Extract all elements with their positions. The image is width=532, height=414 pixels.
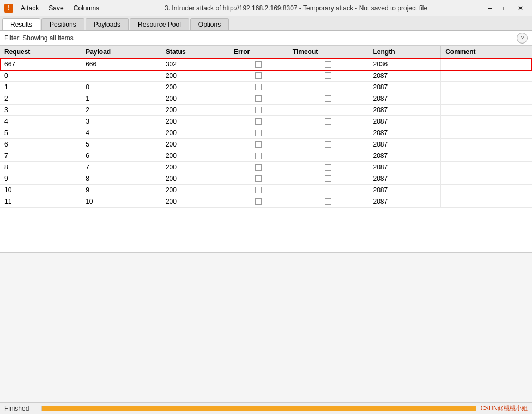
col-header-comment[interactable]: Comment [441,46,532,58]
menu-bar: Attack Save Columns [16,3,104,13]
table-row[interactable]: 5 4 200 2087 [0,127,532,139]
cell-payload: 9 [81,185,161,196]
col-header-timeout[interactable]: Timeout [288,46,368,58]
col-header-payload[interactable]: Payload [81,46,161,58]
cell-status: 200 [161,196,229,208]
cell-request: 3 [0,105,81,116]
results-table: Request Payload Status Error Timeout Len… [0,46,532,208]
minimize-button[interactable]: – [483,3,497,14]
cell-comment [441,173,532,185]
cell-error [229,139,288,150]
cell-request: 7 [0,150,81,162]
results-table-container[interactable]: Request Payload Status Error Timeout Len… [0,46,532,253]
cell-length: 2087 [368,70,441,82]
cell-status: 200 [161,139,229,150]
progress-bar-container [41,406,476,411]
cell-comment [441,127,532,139]
cell-error [229,58,288,70]
cell-payload: 7 [81,162,161,173]
cell-comment [441,93,532,105]
cell-comment [441,185,532,196]
cell-payload: 1 [81,93,161,105]
cell-timeout [288,162,368,173]
col-header-error[interactable]: Error [229,46,288,58]
table-section: Request Payload Status Error Timeout Len… [0,46,532,253]
tab-payloads[interactable]: Payloads [86,18,129,30]
close-button[interactable]: ✕ [513,3,528,14]
col-header-status[interactable]: Status [161,46,229,58]
menu-attack[interactable]: Attack [16,3,43,13]
cell-comment [441,196,532,208]
cell-status: 200 [161,173,229,185]
main-content: Results Positions Payloads Resource Pool… [0,16,532,414]
tab-bar: Results Positions Payloads Resource Pool… [0,16,532,31]
empty-section [0,253,532,414]
cell-timeout [288,127,368,139]
cell-timeout [288,139,368,150]
cell-status: 200 [161,93,229,105]
cell-payload: 666 [81,58,161,70]
cell-length: 2087 [368,93,441,105]
table-row[interactable]: 0 200 2087 [0,70,532,82]
cell-length: 2036 [368,58,441,70]
cell-error [229,105,288,116]
cell-length: 2087 [368,150,441,162]
cell-error [229,162,288,173]
table-row[interactable]: 1 0 200 2087 [0,82,532,93]
cell-payload [81,70,161,82]
tab-options[interactable]: Options [190,18,229,30]
table-row[interactable]: 3 2 200 2087 [0,105,532,116]
cell-status: 200 [161,70,229,82]
cell-error [229,173,288,185]
table-row-highlighted[interactable]: 667 666 302 2036 [0,58,532,70]
tab-results[interactable]: Results [2,18,40,30]
cell-request: 11 [0,196,81,208]
table-row[interactable]: 7 6 200 2087 [0,150,532,162]
filter-bar: Filter: Showing all items ? [0,31,532,46]
table-row[interactable]: 11 10 200 2087 [0,196,532,208]
cell-request: 0 [0,70,81,82]
table-row[interactable]: 2 1 200 2087 [0,93,532,105]
maximize-button[interactable]: □ [498,3,512,14]
title-bar: ! Attack Save Columns 3. Intruder attack… [0,0,532,16]
cell-error [229,196,288,208]
cell-request: 9 [0,173,81,185]
cell-status: 200 [161,162,229,173]
filter-text[interactable]: Filter: Showing all items [4,34,517,42]
cell-comment [441,162,532,173]
col-header-request[interactable]: Request [0,46,81,58]
table-row[interactable]: 10 9 200 2087 [0,185,532,196]
cell-error [229,82,288,93]
progress-bar-fill [42,406,476,411]
cell-length: 2087 [368,196,441,208]
cell-error [229,150,288,162]
cell-payload: 0 [81,82,161,93]
cell-timeout [288,82,368,93]
cell-comment [441,116,532,127]
cell-payload: 8 [81,173,161,185]
cell-length: 2087 [368,116,441,127]
table-row[interactable]: 6 5 200 2087 [0,139,532,150]
cell-request: 10 [0,185,81,196]
cell-status: 302 [161,58,229,70]
cell-request: 2 [0,93,81,105]
help-button[interactable]: ? [517,33,528,44]
table-row[interactable]: 8 7 200 2087 [0,162,532,173]
tab-positions[interactable]: Positions [41,18,84,30]
table-row[interactable]: 4 3 200 2087 [0,116,532,127]
menu-columns[interactable]: Columns [69,3,104,13]
table-header-row: Request Payload Status Error Timeout Len… [0,46,532,58]
table-row[interactable]: 9 8 200 2087 [0,173,532,185]
cell-status: 200 [161,127,229,139]
cell-payload: 4 [81,127,161,139]
status-text: Finished [4,405,37,412]
tab-resource-pool[interactable]: Resource Pool [130,18,189,30]
menu-save[interactable]: Save [44,3,68,13]
cell-comment [441,150,532,162]
cell-length: 2087 [368,127,441,139]
cell-error [229,93,288,105]
col-header-length[interactable]: Length [368,46,441,58]
cell-length: 2087 [368,173,441,185]
cell-payload: 3 [81,116,161,127]
cell-length: 2087 [368,139,441,150]
